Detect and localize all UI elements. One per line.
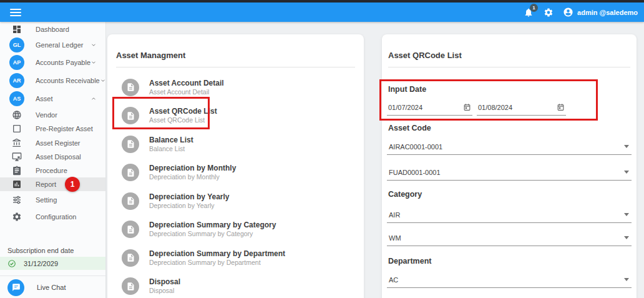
calendar-icon[interactable]: [463, 103, 471, 111]
asset-code-value-2: FUAD0001-0001: [387, 169, 441, 176]
live-chat-icon: [7, 279, 24, 296]
department-label: Department: [388, 257, 431, 266]
chevron-up-icon: [90, 96, 97, 102]
report-item-title: Asset QRCode List: [149, 107, 217, 116]
menu-icon[interactable]: [10, 9, 21, 16]
dropdown-caret-icon: [624, 145, 629, 148]
report-item-asset-qrcode-list[interactable]: Asset QRCode ListAsset QRCode List: [107, 102, 364, 131]
sidebar-item-label: Accounts Payable: [36, 59, 90, 66]
report-item-subtitle: Disposal: [149, 287, 180, 295]
input-date-label: Input Date: [388, 85, 426, 94]
report-item-title: Depreciation Summary by Category: [149, 221, 276, 229]
report-item-depreciation-summary-by-department[interactable]: Depreciation Summary by DepartmentDeprec…: [107, 244, 364, 272]
date-from-field[interactable]: 01/07/2024: [387, 99, 472, 116]
report-item-balance-list[interactable]: Balance ListBalance List: [107, 130, 364, 159]
sidebar-item-label: Procedure: [36, 167, 67, 174]
sidebar-item-setting[interactable]: Setting: [0, 191, 105, 209]
check-circle-icon: [7, 259, 16, 268]
sidebar-item-label: Dashboard: [36, 26, 69, 33]
sidebar-item-procedure[interactable]: Procedure: [0, 164, 105, 177]
document-icon: [122, 107, 139, 124]
category-label: Category: [388, 190, 422, 199]
sidebar-item-configuration[interactable]: Configuration: [0, 209, 105, 225]
report-item-subtitle: Balance List: [149, 145, 193, 153]
asset-code-label: Asset Code: [388, 124, 431, 132]
report-item-subtitle: Asset QRCode List: [149, 116, 217, 124]
subscription-date-row: 31/12/2029: [0, 257, 105, 270]
date-to-field[interactable]: 01/08/2024: [477, 99, 566, 116]
report-item-title: Depreciation Summary by Department: [149, 249, 285, 258]
general-ledger-avatar: GL: [9, 37, 24, 52]
document-icon: [122, 79, 139, 96]
live-chat-button[interactable]: Live Chat: [0, 277, 105, 298]
panel-title: Asset QRCode List: [388, 51, 462, 60]
asset-code-select-1[interactable]: AIRAC0001-0001: [387, 139, 632, 155]
live-chat-label: Live Chat: [37, 284, 66, 291]
report-item-title: Depreciation by Yearly: [149, 192, 230, 201]
department-select-1[interactable]: AC: [387, 272, 632, 288]
document-icon: [122, 221, 139, 238]
sidebar-item-general-ledger[interactable]: GL General Ledger: [0, 36, 105, 54]
report-item-subtitle: Depreciation Summary by Department: [149, 259, 285, 267]
notification-badge: 1: [530, 4, 538, 12]
chevron-down-icon: [90, 59, 97, 66]
asset-avatar: AS: [9, 91, 24, 106]
dropdown-caret-icon: [624, 278, 629, 281]
dashboard-icon: [9, 24, 24, 34]
sidebar-item-asset-register[interactable]: Asset Register: [0, 136, 105, 150]
settings-button[interactable]: [543, 7, 554, 18]
category-select-1[interactable]: AIR: [387, 207, 632, 223]
sidebar-item-accounts-receivable[interactable]: AR Accounts Receivable: [0, 71, 105, 89]
user-menu[interactable]: admin @saledemo: [563, 7, 638, 17]
sidebar-item-label: Asset: [36, 95, 53, 102]
report-icon: [9, 179, 24, 189]
sidebar-item-accounts-payable[interactable]: AP Accounts Payable: [0, 54, 105, 71]
sidebar-item-vendor[interactable]: Vendor: [0, 107, 105, 122]
report-item-depreciation-by-yearly[interactable]: Depreciation by YearlyDepreciation by Ye…: [107, 187, 364, 216]
sidebar-item-pre-register-asset[interactable]: Pre-Register Asset: [0, 122, 105, 136]
department-value-1: AC: [387, 276, 398, 284]
sidebar-item-label: Pre-Register Asset: [36, 125, 93, 132]
sidebar-item-asset[interactable]: AS Asset: [0, 89, 105, 107]
category-select-2[interactable]: WM: [387, 230, 632, 246]
asset-code-select-2[interactable]: FUAD0001-0001: [387, 164, 632, 181]
report-item-disposal[interactable]: DisposalDisposal: [107, 272, 364, 298]
document-icon: [122, 277, 139, 295]
dropdown-caret-icon: [624, 171, 629, 174]
sidebar-item-dashboard[interactable]: Dashboard: [0, 22, 105, 36]
card-divider: [388, 67, 630, 67]
sidebar-item-label: Asset Disposal: [36, 153, 81, 161]
report-item-subtitle: Depreciation by Monthly: [149, 173, 236, 181]
vendor-globe-icon: [9, 110, 24, 120]
sidebar: Dashboard GL General Ledger AP Accounts …: [0, 22, 106, 298]
dropdown-caret-icon: [624, 236, 629, 239]
sidebar-item-report[interactable]: Report 1: [0, 177, 105, 191]
asset-management-card: Asset Managment Asset Account DetailAsse…: [107, 34, 364, 298]
date-to-value: 01/08/2024: [477, 104, 512, 111]
app-screen: 1 admin @saledemo Dashboard GL General L…: [0, 0, 644, 298]
user-label: admin @saledemo: [577, 9, 638, 16]
report-item-depreciation-by-monthly[interactable]: Depreciation by MonthlyDepreciation by M…: [107, 159, 364, 187]
report-item-title: Disposal: [149, 277, 180, 286]
sidebar-divider: [0, 276, 105, 276]
category-value-1: AIR: [387, 211, 400, 219]
report-item-title: Asset Account Detail: [149, 79, 224, 87]
asset-management-title: Asset Managment: [116, 51, 185, 60]
topbar: 1 admin @saledemo: [0, 2, 644, 22]
report-item-asset-account-detail[interactable]: Asset Account DetailAsset Account Detail: [107, 73, 364, 102]
category-value-2: WM: [387, 234, 401, 242]
report-item-subtitle: Asset Account Detail: [149, 88, 224, 96]
calendar-icon[interactable]: [557, 103, 565, 111]
asset-code-value-1: AIRAC0001-0001: [387, 143, 442, 151]
chevron-down-icon: [90, 42, 97, 48]
asset-qrcode-list-panel: Asset QRCode List Input Date 01/07/2024 …: [382, 34, 637, 298]
sidebar-item-asset-disposal[interactable]: Asset Disposal: [0, 150, 105, 164]
date-from-value: 01/07/2024: [387, 104, 422, 111]
settings-gear-icon: [544, 7, 554, 17]
notifications-button[interactable]: 1: [523, 7, 534, 18]
sidebar-item-label: Setting: [36, 196, 57, 204]
dropdown-caret-icon: [624, 213, 629, 216]
report-item-depreciation-summary-by-category[interactable]: Depreciation Summary by CategoryDeprecia…: [107, 216, 364, 244]
accounts-payable-avatar: AP: [9, 55, 24, 70]
report-item-subtitle: Depreciation by Yearly: [149, 202, 230, 210]
